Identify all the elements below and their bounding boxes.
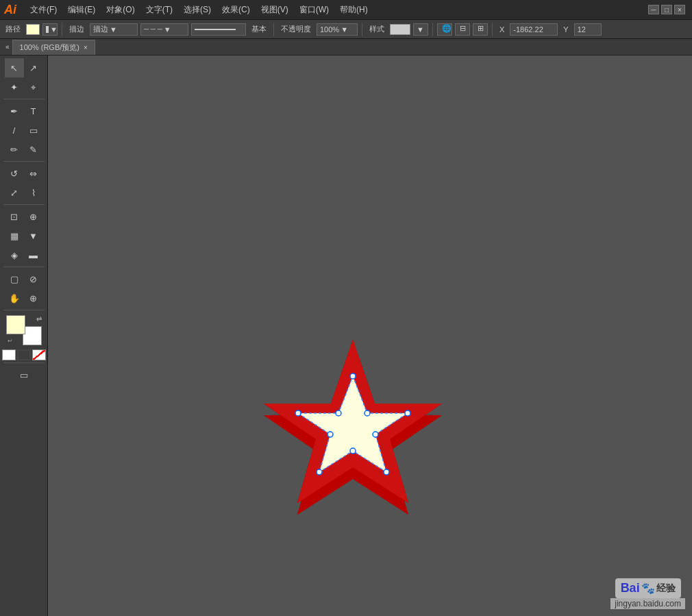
paintbrush-tool[interactable]: ✏ <box>5 140 24 159</box>
swatch-swap-btn[interactable]: ⇄ <box>36 315 42 323</box>
menu-effect[interactable]: 效果(C) <box>217 3 256 17</box>
tab-close-btn[interactable]: × <box>84 44 88 51</box>
fill-mode-btn[interactable] <box>2 349 16 360</box>
handle-mid-left[interactable] <box>336 410 341 416</box>
window-close[interactable]: × <box>674 5 685 14</box>
handle-bottom-left[interactable] <box>317 469 322 475</box>
stroke-style-dropdown[interactable]: ─ ─ ─▼ <box>140 23 188 36</box>
menu-window[interactable]: 窗口(W) <box>294 3 334 17</box>
menu-select[interactable]: 选择(S) <box>178 3 217 17</box>
tool-sep-2 <box>3 161 45 162</box>
paintbrush-icon: ✏ <box>10 145 18 154</box>
menu-text[interactable]: 文字(T) <box>140 3 178 17</box>
zoom-tool[interactable]: ⊕ <box>24 288 43 308</box>
blend-tool[interactable]: ◈ <box>5 245 24 264</box>
align-btn[interactable]: ⊞ <box>473 23 488 36</box>
zoom-icon: ⊕ <box>29 294 37 303</box>
type-icon: T <box>31 107 36 116</box>
document-tab[interactable]: 100% (RGB/预览) × <box>12 40 95 55</box>
reflect-icon: ⇔ <box>29 169 37 178</box>
free-transform-tool[interactable]: ⊡ <box>5 207 24 226</box>
slice-tool[interactable]: ⊘ <box>24 269 43 288</box>
handle-top[interactable] <box>350 373 356 379</box>
selection-tool[interactable]: ↖ <box>5 58 24 77</box>
style-dropdown[interactable]: ▼ <box>413 23 428 36</box>
lasso-tool[interactable]: ⌖ <box>24 77 43 97</box>
tool-sep-5 <box>3 310 45 310</box>
artboard-tool[interactable]: ▢ <box>5 269 24 288</box>
tool-row-gradient: ▦ ▼ <box>0 226 47 245</box>
line-icon: / <box>13 126 16 135</box>
hand-tool[interactable]: ✋ <box>5 288 24 308</box>
tool-row-scale: ⤢ ⌇ <box>0 183 47 202</box>
opacity-dropdown[interactable]: 100%▼ <box>317 23 358 36</box>
y-input[interactable] <box>574 23 602 36</box>
title-bar: Ai 文件(F) 编辑(E) 对象(O) 文字(T) 选择(S) 效果(C) 视… <box>0 0 692 20</box>
pencil-tool[interactable]: ✎ <box>24 140 43 159</box>
style-swatch[interactable] <box>390 24 410 35</box>
chart-icon: ▬ <box>29 251 38 260</box>
handle-top-left[interactable] <box>295 410 301 416</box>
menu-object[interactable]: 对象(O) <box>101 3 140 17</box>
baidu-watermark: Bai 🐾 经验 jingyan.baidu.com <box>610 578 685 609</box>
tool-sep-3 <box>3 204 45 205</box>
rect-tool[interactable]: ▭ <box>24 121 43 140</box>
magic-wand-tool[interactable]: ✦ <box>5 77 24 97</box>
reflect-tool[interactable]: ⇔ <box>24 164 43 183</box>
eyedropper-tool[interactable]: ▼ <box>24 226 43 245</box>
main-area: ↖ ↗ ✦ ⌖ ✒ T / <box>0 56 692 616</box>
line-preview <box>191 23 246 36</box>
handle-inner-right[interactable] <box>373 432 378 437</box>
chart-tool[interactable]: ▬ <box>24 245 43 264</box>
tool-row-free: ⊡ ⊕ <box>0 207 47 226</box>
direct-selection-tool[interactable]: ↗ <box>24 58 43 77</box>
magic-wand-icon: ✦ <box>10 83 18 92</box>
panel-collapse-btn[interactable]: « <box>3 43 12 51</box>
none-mode-btn[interactable] <box>32 349 46 360</box>
stroke-selector[interactable]: ▼ <box>42 23 58 36</box>
handle-top-right[interactable] <box>405 410 410 416</box>
rotate-tool[interactable]: ↺ <box>5 164 24 183</box>
pen-tool[interactable]: ✒ <box>5 101 24 121</box>
stroke-swatch[interactable] <box>23 326 42 345</box>
handle-bottom-mid[interactable] <box>350 448 356 454</box>
menu-edit[interactable]: 编辑(E) <box>62 3 101 17</box>
stroke-width-dropdown[interactable]: 描边▼ <box>90 23 138 36</box>
selection-icon: ↖ <box>10 64 18 73</box>
tab-label: 100% (RGB/预览) <box>20 42 79 53</box>
handle-bottom-right[interactable] <box>384 469 389 475</box>
gradient-tool[interactable]: ▦ <box>5 226 24 245</box>
shape-builder-tool[interactable]: ⊕ <box>24 207 43 226</box>
menu-help[interactable]: 帮助(H) <box>334 3 373 17</box>
canvas-area[interactable]: Bai 🐾 经验 jingyan.baidu.com <box>48 56 692 616</box>
menu-view[interactable]: 视图(V) <box>256 3 294 17</box>
type-tool[interactable]: T <box>24 101 43 121</box>
document-setup-btn[interactable]: 🌐 <box>437 23 452 36</box>
handle-inner-left[interactable] <box>328 432 333 437</box>
direct-selection-icon: ↗ <box>29 64 37 73</box>
opacity-label: 不透明度 <box>278 24 314 34</box>
tool-sep-6 <box>3 362 45 363</box>
swatch-reset-btn[interactable]: ↩ <box>8 338 12 344</box>
window-minimize[interactable]: ─ <box>648 5 659 14</box>
window-maximize[interactable]: □ <box>661 5 672 14</box>
stroke-label: 描边 <box>66 24 87 34</box>
screen-mode-btn[interactable]: ▭ <box>14 365 34 384</box>
hand-icon: ✋ <box>9 294 20 303</box>
baidu-url: jingyan.baidu.com <box>610 598 685 609</box>
fill-color-swatch[interactable] <box>6 315 25 334</box>
x-input[interactable] <box>510 23 558 36</box>
tool-row-lasso: ✦ ⌖ <box>0 77 47 97</box>
baidu-paw-icon: 🐾 <box>641 582 655 595</box>
scale-tool[interactable]: ⤢ <box>5 183 24 202</box>
transform-btn[interactable]: ⊟ <box>455 23 470 36</box>
stroke-mode-btn[interactable] <box>17 349 31 360</box>
menu-file[interactable]: 文件(F) <box>25 3 62 17</box>
handle-mid-right[interactable] <box>364 410 370 416</box>
tool-row-pen: ✒ T <box>0 101 47 121</box>
line-tool[interactable]: / <box>5 121 24 140</box>
warp-tool[interactable]: ⌇ <box>24 183 43 202</box>
baidu-text: Bai <box>621 581 640 595</box>
fill-swatch[interactable] <box>26 24 40 35</box>
toolbox: ↖ ↗ ✦ ⌖ ✒ T / <box>0 56 48 616</box>
